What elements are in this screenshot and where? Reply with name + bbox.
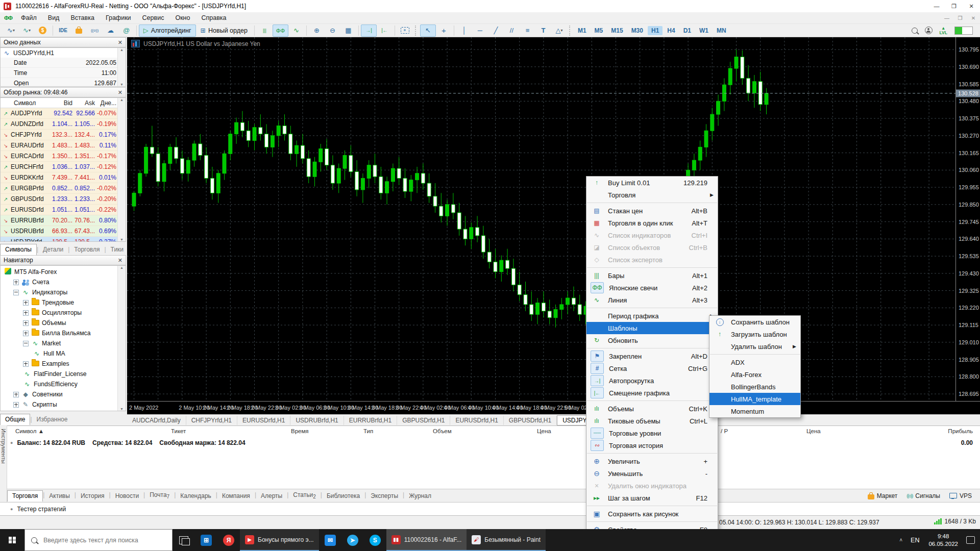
column-header-/ P[interactable]: / P: [721, 428, 728, 434]
mdi-minimize-icon[interactable]: —: [940, 13, 953, 22]
context-menu-item-Линия[interactable]: ∿ЛинияAlt+3: [586, 294, 718, 306]
tree-expander-icon[interactable]: [23, 331, 29, 336]
crosshair-tool[interactable]: +: [436, 24, 452, 37]
tree-item-Осцилляторы[interactable]: Осцилляторы: [1, 308, 126, 318]
tray-expand-icon[interactable]: ˄: [897, 537, 904, 543]
chart-tab-EURRUBrfd,H1[interactable]: EURRUBrfd,H1: [344, 416, 397, 425]
context-menu-item-Период графика[interactable]: Период графика▶: [586, 310, 718, 322]
data-window-scrollbar[interactable]: ▲▼: [117, 48, 126, 86]
tab-Общие[interactable]: Общие: [0, 414, 30, 425]
market-watch-row[interactable]: ↘CHFJPYrfd132.3...132.4...0.17%: [1, 130, 126, 140]
close-icon[interactable]: ✕: [118, 39, 122, 46]
service-VPS[interactable]: VPS: [949, 492, 972, 499]
toolbox-tab-Новости[interactable]: Новости: [111, 491, 143, 502]
chart-tab-EURUSDrfd,H1[interactable]: EURUSDrfd,H1: [237, 416, 290, 425]
tree-item-Hull MA[interactable]: ∿Hull MA: [1, 348, 126, 359]
language-indicator[interactable]: EN: [906, 537, 923, 544]
market-watch-row[interactable]: ↗EURCHFrfd1.036...1.037...-0.12%: [1, 162, 126, 172]
chart-tab-EURUSDrfd,H1[interactable]: EURUSDrfd,H1: [450, 416, 503, 425]
column-header-Объем[interactable]: Объем: [433, 428, 452, 434]
market-watch-row[interactable]: ↘EURDKKrfd7.439...7.441...0.01%: [1, 172, 126, 183]
template-item-Momentum[interactable]: Momentum: [709, 405, 800, 417]
context-menu-item-Торговые уровни[interactable]: ┄┄Торговые уровни: [586, 427, 718, 439]
horizontal-line-tool[interactable]: ─: [472, 24, 488, 37]
metaeditor-button[interactable]: IDE: [55, 24, 71, 37]
tree-item-MT5 Alfa-Forex[interactable]: MT5 Alfa-Forex: [1, 267, 126, 277]
price-chart[interactable]: 130.795130.690130.585130.480130.375130.2…: [127, 37, 980, 414]
template-item-Загрузить шаблон[interactable]: ↑Загрузить шаблон: [709, 328, 800, 340]
market-watch-row[interactable]: ↗AUDNZDrfd1.104...1.105...-0.19%: [1, 119, 126, 130]
vertical-line-tool[interactable]: │: [456, 24, 472, 37]
taskbar-clock[interactable]: 9:4806.05.2022: [925, 533, 961, 548]
tree-expander-icon[interactable]: [13, 402, 19, 408]
tree-item-Объемы[interactable]: Объемы: [1, 318, 126, 328]
tree-expander-icon[interactable]: [23, 341, 29, 346]
close-icon[interactable]: ✕: [118, 89, 122, 96]
line-chart-button[interactable]: ∿: [288, 24, 304, 37]
tab-Торговля[interactable]: Торговля: [69, 244, 104, 255]
column-header-Прибыль[interactable]: Прибыль: [948, 428, 973, 434]
chart-tab-GBPUSDrfd,H1[interactable]: GBPUSDrfd,H1: [397, 416, 450, 425]
context-menu-item-Шаг за шагом[interactable]: ▸▸Шаг за шагомF12: [586, 492, 718, 504]
context-menu-item-Закреплен[interactable]: ⚑ЗакрепленAlt+D: [586, 350, 718, 362]
chart-tab-GBPUSDrfd,H1[interactable]: GBPUSDrfd,H1: [504, 416, 557, 425]
timeframe-M5[interactable]: M5: [591, 26, 607, 35]
maximize-icon[interactable]: ❐: [945, 0, 963, 12]
context-menu-item-Японские свечи[interactable]: ΦΦЯпонские свечиAlt+2: [586, 282, 718, 294]
market-watch-row[interactable]: ↘USDRUBrfd66.93...67.43...0.69%: [1, 226, 126, 237]
context-menu-item-Увеличить[interactable]: ⊕Увеличить+: [586, 455, 718, 467]
minimize-icon[interactable]: —: [928, 0, 945, 12]
column-header-Цена[interactable]: Цена: [537, 428, 551, 434]
trendline-tool[interactable]: ╱: [488, 24, 504, 37]
column-header-Тикет[interactable]: Тикет: [171, 428, 186, 434]
toolbox-tab-История[interactable]: История: [76, 491, 109, 502]
close-icon[interactable]: ✕: [118, 257, 122, 264]
toolbox-tab-Алерты[interactable]: Алерты: [256, 491, 287, 502]
context-menu-item-Тиковые объемы[interactable]: ılıТиковые объемыCtrl+L: [586, 415, 718, 427]
tree-item-Скрипты[interactable]: ✎Скрипты: [1, 399, 126, 410]
timeframe-MN[interactable]: MN: [713, 26, 730, 35]
tree-expander-icon[interactable]: [23, 310, 29, 316]
cursor-tool[interactable]: ↖: [420, 24, 436, 37]
context-menu-item-Объемы[interactable]: ılıОбъемыCtrl+K: [586, 403, 718, 415]
channel-tool[interactable]: //: [504, 24, 520, 37]
mdi-close-icon[interactable]: ✕: [967, 13, 980, 22]
context-menu-item-Смещение графика[interactable]: |←Смещение графика: [586, 387, 718, 399]
column-header-Символ[interactable]: Символ ▲: [15, 428, 44, 434]
menu-item-Файл[interactable]: Файл: [15, 13, 42, 22]
menu-item-Графики[interactable]: Графики: [100, 13, 137, 22]
tree-expander-icon[interactable]: [13, 290, 19, 295]
chart-type-dropdown[interactable]: ∿▾: [3, 24, 19, 37]
fibonacci-tool[interactable]: ≡: [520, 24, 535, 37]
service-Сигналы[interactable]: ((o))Сигналы: [906, 492, 940, 499]
context-menu-item-Автопрокрутка[interactable]: →|Автопрокрутка: [586, 374, 718, 387]
tree-item-Советники[interactable]: ◆Советники: [1, 389, 126, 399]
taskbar-window-Безымянный - Paint[interactable]: 🖌Безымянный - Paint: [467, 529, 546, 551]
tab-Тики[interactable]: Тики: [106, 244, 126, 255]
market-button[interactable]: [71, 24, 87, 37]
shapes-dropdown[interactable]: △▾: [551, 24, 567, 37]
toolbox-tab-Библиотека[interactable]: Библиотека: [322, 491, 364, 502]
screenshot-button[interactable]: [397, 24, 413, 37]
jobs-button[interactable]: @: [118, 24, 134, 37]
tile-windows-icon[interactable]: ▦: [340, 24, 356, 37]
candles-chart-button[interactable]: ΦΦ: [273, 24, 288, 37]
timeframe-M15[interactable]: M15: [607, 26, 626, 35]
market-watch-row[interactable]: ↗EURUSDrfd1.051...1.051...-0.22%: [1, 205, 126, 215]
auto-scroll-button[interactable]: →|: [361, 24, 377, 37]
notification-center-icon[interactable]: [966, 536, 975, 544]
menu-item-Сервис[interactable]: Сервис: [137, 13, 170, 22]
context-menu-item-Торговля в один клик[interactable]: ▦Торговля в один кликAlt+T: [586, 217, 718, 229]
market-watch-row[interactable]: ↗GBPUSDrfd1.233...1.233...-0.20%: [1, 194, 126, 205]
context-menu-item-Шаблоны[interactable]: Шаблоны▶: [586, 322, 718, 334]
taskbar-icon-task-view[interactable]: [173, 529, 195, 551]
taskbar-icon-store[interactable]: ⊞: [195, 529, 217, 551]
template-item-Удалить шаблон[interactable]: Удалить шаблон▶: [709, 340, 800, 353]
tree-expander-icon[interactable]: [23, 361, 29, 367]
taskbar-icon-mail[interactable]: ✉: [319, 529, 341, 551]
indicators-dropdown[interactable]: ∿▾: [19, 24, 35, 37]
context-menu-item-Обновить[interactable]: ↻Обновить: [586, 334, 718, 346]
toolbox-tab-Почта[interactable]: Почта7: [145, 490, 174, 502]
template-item-Сохранить шаблон[interactable]: ↓Сохранить шаблон: [709, 316, 800, 328]
tree-item-FundsEfficiency[interactable]: ∿FundsEfficiency: [1, 379, 126, 389]
